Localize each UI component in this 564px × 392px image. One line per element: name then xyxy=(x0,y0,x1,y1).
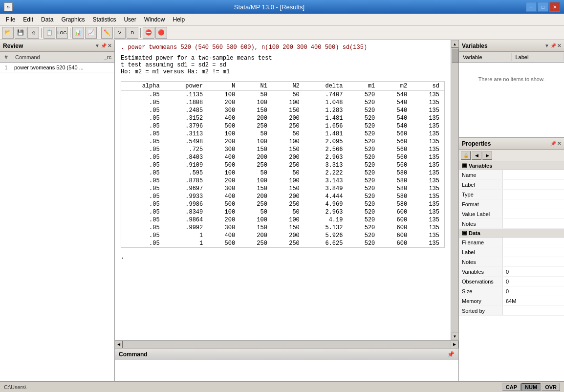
results-h-scrollbar[interactable]: ◀ ▶ xyxy=(115,340,458,348)
status-path: C:\Users\ xyxy=(4,384,26,390)
table-row: .05.18082001001001.048520540135 xyxy=(121,99,444,107)
prop-size-key: Size xyxy=(459,286,503,296)
result-line-1: Estimated power for a two-sample means t… xyxy=(121,55,445,62)
prop-next-icon[interactable]: ▶ xyxy=(482,151,492,160)
prop-observations: Observations 0 xyxy=(459,277,564,286)
tb-data[interactable]: D xyxy=(127,27,138,39)
menu-graphics[interactable]: Graphics xyxy=(57,15,88,24)
right-panel: Variables ▼ 📌 ✕ Variable Label There are… xyxy=(459,40,564,381)
close-button[interactable]: ✕ xyxy=(549,2,560,12)
tb-log2[interactable]: LOG xyxy=(56,27,68,39)
menu-bar: File Edit Data Graphics Statistics User … xyxy=(0,14,564,25)
properties-pin-icon[interactable]: 📌 xyxy=(550,141,556,146)
command-title: Command xyxy=(119,351,148,358)
tb-open[interactable]: 📂 xyxy=(2,27,14,39)
table-row: .05.59510050502.222520580135 xyxy=(121,169,444,177)
status-buttons: CAP NUM OVR xyxy=(502,383,560,391)
variables-pin-icon[interactable]: 📌 xyxy=(550,43,556,48)
prop-type: Type xyxy=(459,190,564,199)
variables-section-label: Variables xyxy=(469,163,492,169)
results-area: . power twomeans 520 (540 560 580 600), … xyxy=(115,40,459,381)
tb-sep1 xyxy=(41,28,42,38)
table-row: .05.87852001001003.143520580135 xyxy=(121,177,444,185)
menu-data[interactable]: Data xyxy=(37,15,57,24)
menu-edit[interactable]: Edit xyxy=(19,15,37,24)
th-power: power xyxy=(165,82,208,91)
tb-stop[interactable]: ⛔ xyxy=(143,27,154,39)
results-scrollbar[interactable]: ▲ ▼ xyxy=(451,40,458,340)
table-row: .05.99923001501505.132520600135 xyxy=(121,224,444,232)
menu-window[interactable]: Window xyxy=(140,15,169,24)
variables-section-collapse[interactable]: ▣ xyxy=(462,162,467,169)
review-controls[interactable]: ▼ 📌 ✕ xyxy=(95,43,111,48)
variables-filter-icon[interactable]: ▼ xyxy=(544,43,549,48)
result-line-2: t test assuming sd1 = sd2 = sd xyxy=(121,62,445,68)
results-command-line: . power twomeans 520 (540 560 580 600), … xyxy=(121,44,445,51)
menu-file[interactable]: File xyxy=(2,15,19,24)
review-row-command[interactable]: power twomeans 520 (540 ... xyxy=(12,65,114,70)
properties-title: Properties xyxy=(462,140,491,147)
review-title: Review xyxy=(3,43,23,49)
review-filter-icon[interactable]: ▼ xyxy=(95,43,100,48)
status-cap[interactable]: CAP xyxy=(502,383,521,391)
status-num[interactable]: NUM xyxy=(521,383,541,391)
tb-graph[interactable]: 📊 xyxy=(72,27,84,39)
review-close-icon[interactable]: ✕ xyxy=(108,43,111,48)
table-row: .05.24853001501501.283520540135 xyxy=(121,107,444,114)
tb-break[interactable]: 🔴 xyxy=(155,27,167,39)
scroll-right-btn[interactable]: ▶ xyxy=(451,341,458,348)
table-row: .05.99865002502504.969520580135 xyxy=(121,200,444,208)
tb-vars[interactable]: V xyxy=(114,27,126,39)
results-scroll-wrapper: . power twomeans 520 (540 560 580 600), … xyxy=(115,40,458,340)
prop-observations-val: 0 xyxy=(503,279,564,284)
properties-controls[interactable]: 📌 ✕ xyxy=(550,141,561,146)
data-section-label: Data xyxy=(469,230,480,236)
prop-memory-val: 64M xyxy=(503,298,564,304)
prop-prev-icon[interactable]: ◀ xyxy=(472,151,481,160)
variables-column-headers: Variable Label xyxy=(459,52,564,63)
scroll-down-btn[interactable]: ▼ xyxy=(451,332,459,340)
menu-statistics[interactable]: Statistics xyxy=(88,15,120,24)
data-section-header[interactable]: ▣ Data xyxy=(459,229,564,238)
command-input-area[interactable] xyxy=(115,360,458,381)
results-table: alpha power N N1 N2 delta m1 m2 sd xyxy=(121,81,445,248)
data-section-collapse[interactable]: ▣ xyxy=(462,230,467,236)
scroll-up-btn[interactable]: ▲ xyxy=(451,40,459,48)
command-pin-icon[interactable]: 📌 xyxy=(447,351,455,358)
results-prompt: . xyxy=(121,254,445,261)
menu-user[interactable]: User xyxy=(120,15,140,24)
table-row: .05.37965002502501.656520540135 xyxy=(121,122,444,130)
scroll-left-btn[interactable]: ◀ xyxy=(115,341,123,348)
command-input[interactable] xyxy=(119,363,455,370)
result-line-3: Ho: m2 = m1 versus Ha: m2 != m1 xyxy=(121,68,445,75)
prop-lock-icon[interactable]: 🔒 xyxy=(461,151,471,160)
h-scroll-track[interactable] xyxy=(123,341,451,348)
tb-log[interactable]: 📋 xyxy=(43,27,55,39)
variables-title: Variables xyxy=(462,43,488,49)
status-ovr[interactable]: OVR xyxy=(542,383,560,391)
table-row: .05.311310050501.481520560135 xyxy=(121,130,444,138)
variables-section-header[interactable]: ▣ Variables xyxy=(459,161,564,170)
window-controls[interactable]: − □ ✕ xyxy=(526,2,560,12)
menu-help[interactable]: Help xyxy=(169,15,189,24)
col-command: Command xyxy=(12,53,95,61)
variables-controls[interactable]: ▼ 📌 ✕ xyxy=(544,43,561,48)
tb-edit[interactable]: ✏️ xyxy=(101,27,113,39)
properties-close-icon[interactable]: ✕ xyxy=(557,141,561,146)
prop-observations-key: Observations xyxy=(459,277,503,286)
review-header: Review ▼ 📌 ✕ xyxy=(0,40,114,52)
tb-graph2[interactable]: 📈 xyxy=(85,27,97,39)
table-row: .05.31524002002001.481520540135 xyxy=(121,114,444,122)
tb-print[interactable]: 🖨 xyxy=(27,27,39,39)
prop-variables-count-val: 0 xyxy=(503,269,564,275)
review-row[interactable]: 1 power twomeans 520 (540 ... xyxy=(0,63,114,72)
review-pin-icon[interactable]: 📌 xyxy=(101,43,107,48)
scroll-track[interactable] xyxy=(451,48,458,332)
variables-close-icon[interactable]: ✕ xyxy=(557,43,561,48)
scroll-thumb[interactable] xyxy=(452,48,458,63)
tb-save[interactable]: 💾 xyxy=(15,27,26,39)
restore-button[interactable]: □ xyxy=(538,2,548,12)
minimize-button[interactable]: − xyxy=(526,2,537,12)
var-col-label: Label xyxy=(512,53,564,61)
review-row-num: 1 xyxy=(0,65,12,70)
